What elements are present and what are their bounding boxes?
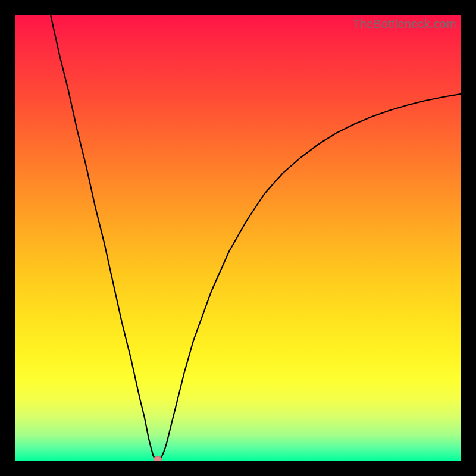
watermark-text: TheBottleneck.com: [352, 17, 456, 31]
chart-frame: TheBottleneck.com: [0, 0, 476, 476]
bottleneck-curve: [15, 15, 461, 461]
minimum-marker: [154, 456, 162, 461]
plot-area: TheBottleneck.com: [15, 15, 461, 461]
